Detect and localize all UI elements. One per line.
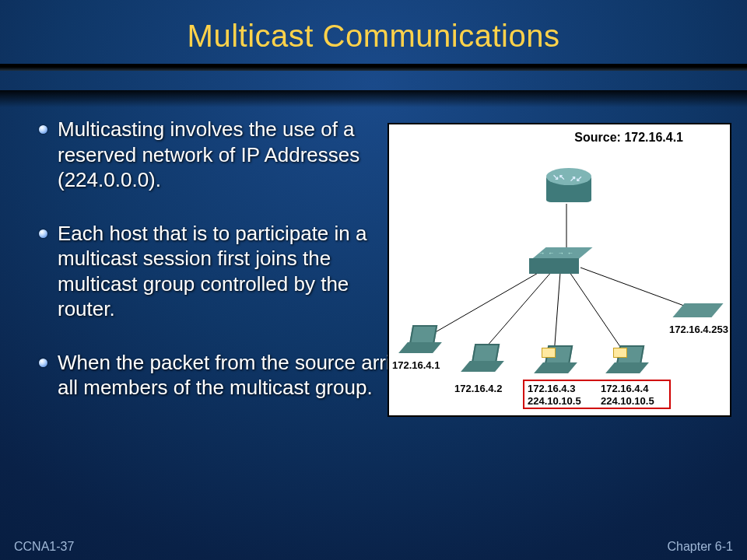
bullet-2: Each host that is to participate in a mu…	[39, 221, 374, 322]
network-diagram: Source: 172.16.4.1 ↘↖ ↗↙ → ← → ← 172.	[388, 123, 731, 417]
footer-right: Chapter 6-1	[668, 540, 734, 554]
host2-icon	[465, 344, 503, 375]
footer-left: CCNA1-37	[14, 540, 74, 554]
slide: Multicast Communications Multicasting in…	[0, 0, 747, 560]
multicast-highlight-box	[523, 380, 671, 409]
host1-icon	[403, 325, 440, 356]
svg-line-3	[554, 272, 560, 355]
svg-line-2	[481, 271, 552, 353]
bullet-1: Multicasting involves the use of a reser…	[39, 117, 374, 193]
host4-icon	[610, 345, 647, 376]
title-divider-shadow	[0, 90, 747, 107]
bullet-list: Multicasting involves the use of a reser…	[39, 117, 374, 429]
svg-line-4	[570, 272, 626, 355]
switch-icon: → ← → ←	[534, 247, 590, 274]
host2-ip: 172.16.4.2	[454, 383, 502, 394]
router-icon: ↘↖ ↗↙	[546, 168, 591, 208]
envelope-icon	[542, 348, 556, 358]
host1-ip: 172.16.4.1	[392, 359, 440, 371]
host5-ip: 172.16.4.253	[669, 324, 728, 335]
title-divider	[0, 64, 747, 71]
slide-title: Multicast Communications	[0, 0, 747, 54]
footer: CCNA1-37 Chapter 6-1	[0, 537, 747, 557]
svg-line-1	[423, 269, 545, 339]
host3-icon	[538, 345, 576, 376]
envelope-icon	[613, 348, 627, 358]
